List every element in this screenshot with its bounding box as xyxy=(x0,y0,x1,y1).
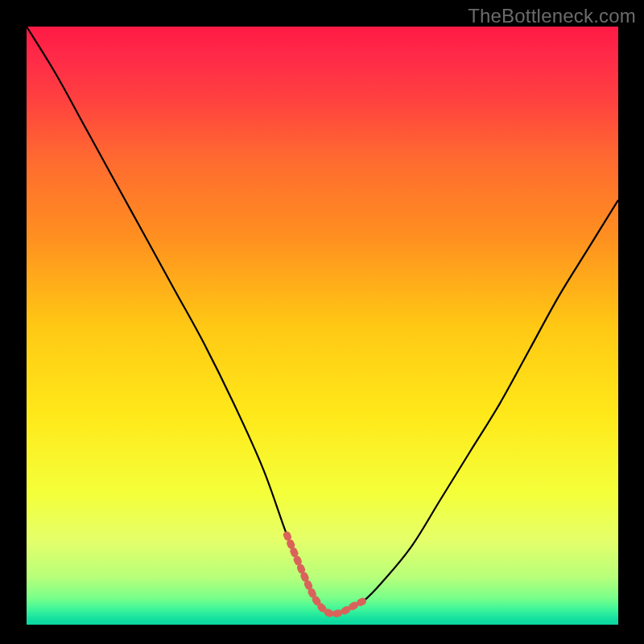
watermark-label: TheBottleneck.com xyxy=(468,5,636,27)
gradient-background xyxy=(27,27,618,625)
plot-area xyxy=(27,27,618,625)
chart-frame: TheBottleneck.com xyxy=(0,0,644,644)
plot-svg xyxy=(27,27,618,625)
